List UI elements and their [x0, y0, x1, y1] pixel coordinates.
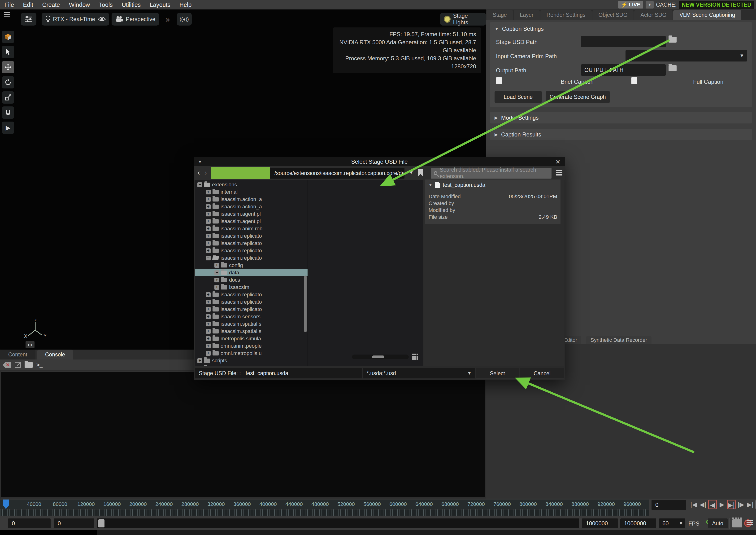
tree-row[interactable]: − data	[195, 269, 308, 276]
timeline-zoom-slider[interactable]	[97, 519, 579, 528]
scrollbar-thumb[interactable]	[372, 355, 384, 358]
panel-tab[interactable]: Actor SDG	[634, 10, 673, 20]
close-icon[interactable]: ✕	[555, 157, 560, 166]
tree-row[interactable]: + isaacsim.replicato	[195, 239, 308, 247]
tree-expander-icon[interactable]: +	[206, 300, 211, 304]
file-list[interactable]: USD isaacsim_full_war....usda	[308, 180, 423, 366]
tree-expander-icon[interactable]: +	[206, 344, 211, 349]
end-frame-field[interactable]: 1000000	[582, 519, 618, 528]
panel-tab[interactable]: Render Settings	[540, 10, 592, 20]
tree-expander-icon[interactable]: +	[206, 248, 211, 253]
tree-expander-icon[interactable]: −	[206, 256, 211, 260]
panel-tab[interactable]: VLM Scene Captioning	[673, 10, 741, 20]
tree-expander-icon[interactable]: +	[206, 234, 211, 239]
stage-lights-button[interactable]: Stage Lights	[440, 13, 486, 26]
menu-item[interactable]: Tools	[94, 0, 117, 10]
model-settings-section[interactable]: ▶ Model Settings	[490, 112, 752, 124]
play-tool[interactable]: ▶	[2, 122, 14, 134]
tree-row[interactable]: + config	[195, 262, 308, 269]
tab-console[interactable]: Console	[37, 350, 73, 359]
collapse-arrow-icon[interactable]: ▼	[429, 183, 432, 187]
select-mode-tool[interactable]	[2, 31, 14, 43]
tree-expander-icon[interactable]: +	[206, 226, 211, 231]
playback-button[interactable]: ▶|	[727, 500, 736, 509]
timeline-ruler[interactable]: 4000080000120000160000200000240000280000…	[0, 499, 649, 509]
panel-tab[interactable]: Stage	[487, 10, 513, 20]
renderer-button[interactable]: RTX - Real-Time	[41, 13, 99, 26]
viewport-settings-button[interactable]	[21, 13, 37, 26]
playback-button[interactable]: ▶|	[746, 500, 755, 509]
tree-row[interactable]: + isaacsim.replicato	[195, 298, 308, 306]
tree-expander-icon[interactable]: +	[206, 219, 211, 224]
fps-dropdown[interactable]: 60▼	[659, 519, 685, 528]
tree-row[interactable]: + isaacsim.replicato	[195, 232, 308, 239]
tree-row[interactable]: + isaacsim.replicato	[195, 291, 308, 298]
full-caption-checkbox[interactable]	[631, 77, 637, 84]
menu-item[interactable]: File	[0, 0, 18, 10]
tree-row[interactable]: + isaacsim.replicato	[195, 247, 308, 254]
camera-button[interactable]: Perspective	[112, 13, 159, 26]
start-frame-field[interactable]: 0	[8, 519, 51, 528]
grid-view-icon[interactable]	[412, 353, 418, 360]
path-field[interactable]: /source/extensions/isaacsim.replicator.c…	[211, 168, 404, 179]
tree-expander-icon[interactable]: +	[206, 322, 211, 326]
cancel-button[interactable]: Cancel	[520, 368, 564, 379]
tree-row[interactable]: + isaacsim.action_a	[195, 196, 308, 203]
menu-item[interactable]: Edit	[18, 0, 38, 10]
slider-thumb[interactable]	[98, 520, 104, 527]
options-menu-icon[interactable]	[556, 169, 562, 177]
live-sync-button[interactable]: ⚡ LIVE	[618, 1, 643, 9]
playback-button[interactable]: |◀	[689, 500, 698, 509]
menu-item[interactable]: Layouts	[145, 0, 175, 10]
tree-row[interactable]: + isaacsim.replicato	[195, 306, 308, 313]
tree-expander-icon[interactable]: +	[206, 190, 211, 194]
input-camera-dropdown[interactable]: ▼	[626, 50, 747, 62]
generate-scene-graph-button[interactable]: Generate Scene Graph	[546, 91, 610, 103]
rotate-tool[interactable]	[2, 76, 14, 89]
end-frame-field-2[interactable]: 1000000	[620, 519, 656, 528]
folder-browse-icon[interactable]	[668, 65, 677, 72]
filename-field[interactable]: Stage USD File: : test_caption.usda	[195, 368, 362, 379]
select-tool[interactable]	[2, 46, 14, 58]
tree-row[interactable]: + scripts	[195, 357, 308, 364]
audio-button[interactable]: ((●))	[177, 13, 192, 26]
timeline-menu-icon[interactable]	[746, 519, 753, 526]
tree-expander-icon[interactable]: +	[206, 314, 211, 319]
console-output[interactable]	[1, 371, 485, 497]
stage-usd-path-input[interactable]	[581, 36, 666, 47]
tree-expander-icon[interactable]: −	[197, 183, 202, 187]
tree-row[interactable]: + internal	[195, 188, 308, 196]
tree-expander-icon[interactable]: +	[206, 351, 211, 356]
tree-row[interactable]: + omni.anim.people	[195, 342, 308, 350]
clapperboard-icon[interactable]	[732, 520, 742, 527]
tree-row[interactable]: + isaacsim.spatial.s	[195, 320, 308, 327]
scale-tool[interactable]	[2, 91, 14, 103]
tree-row[interactable]: + isaacsim.agent.pl	[195, 210, 308, 218]
edit-log-icon[interactable]	[15, 362, 21, 368]
tree-row[interactable]: − isaacsim.replicato	[195, 254, 308, 262]
visibility-button[interactable]	[94, 13, 109, 26]
load-scene-button[interactable]: Load Scene	[495, 91, 542, 103]
back-icon[interactable]: ‹	[197, 168, 200, 177]
tree-row[interactable]: + docs	[195, 276, 308, 284]
folder-browse-icon[interactable]	[668, 37, 677, 43]
tree-row[interactable]: + isaacsim.sensors.	[195, 313, 308, 320]
tree-row[interactable]: + isaacsim.spatial.s	[195, 327, 308, 335]
file-filter-dropdown[interactable]: *.usda;*.usd ▼	[363, 368, 475, 379]
playback-button[interactable]: ◀	[708, 500, 717, 509]
tree-expander-icon[interactable]: +	[206, 197, 211, 202]
playback-button[interactable]: |▶	[737, 500, 745, 509]
bookmark-icon[interactable]	[418, 169, 423, 176]
tree-expander-icon[interactable]: +	[206, 241, 211, 246]
tree-expander-icon[interactable]: +	[197, 358, 202, 363]
tree-expander-icon[interactable]: +	[206, 307, 211, 312]
panel-tab[interactable]: Layer	[514, 10, 540, 20]
tree-row[interactable]: − extensions	[195, 181, 308, 188]
search-input[interactable]: Search disabled. Please install a search…	[431, 168, 552, 179]
tree-row[interactable]: + omni.metropolis.u	[195, 350, 308, 357]
select-button[interactable]: Select	[476, 368, 519, 379]
chevrons-icon[interactable]: »	[166, 15, 170, 24]
tree-expander-icon[interactable]: +	[214, 263, 219, 268]
snap-tool[interactable]	[2, 106, 14, 119]
playback-button[interactable]: ◀|	[699, 500, 707, 509]
